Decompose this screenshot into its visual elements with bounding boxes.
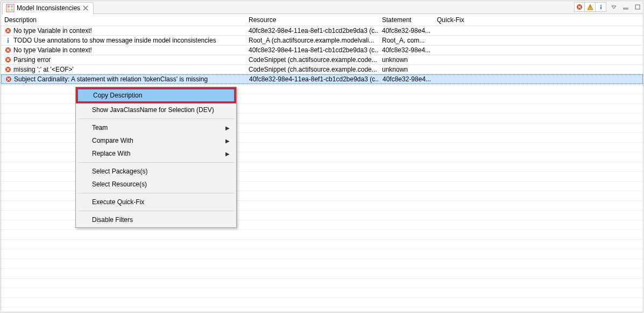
column-header-description[interactable]: Description [1, 15, 245, 25]
cell-quickfix [434, 69, 484, 70]
cell-description: Subject Cardinality: A statement with re… [2, 75, 246, 84]
cell-quickfix [434, 30, 484, 31]
model-inconsistencies-icon [6, 4, 15, 12]
cell-description-text: No type Variable in context! [13, 27, 92, 34]
table-row[interactable]: No type Variable in context!40fc8e32-98e… [1, 45, 643, 55]
cell-statement: unknown [379, 65, 434, 74]
menu-item[interactable]: Compare With▶ [77, 134, 235, 147]
error-icon [5, 75, 12, 83]
view-toolbar [574, 2, 642, 12]
filter-errors-button[interactable] [574, 2, 585, 12]
menu-item-label: Execute Quick-Fix [92, 198, 144, 206]
tab-title: Model Inconsistencies [17, 4, 80, 12]
table-header: Description Resource Statement Quick-Fix [1, 14, 643, 26]
chevron-right-icon: ▶ [225, 125, 230, 131]
cell-description: missing ';' at '<EOF>' [1, 65, 245, 74]
column-header-statement[interactable]: Statement [379, 15, 434, 25]
menu-item-label: Copy Description [93, 92, 142, 99]
cell-description: No type Variable in context! [1, 46, 245, 54]
filter-info-button[interactable] [596, 2, 606, 12]
cell-description-text: TODO Use annotations to show message ins… [13, 37, 216, 44]
chevron-right-icon: ▶ [225, 138, 230, 144]
tab-bar: Model Inconsistencies [1, 1, 643, 14]
tab-model-inconsistencies[interactable]: Model Inconsistencies [2, 2, 94, 14]
table-row[interactable]: Subject Cardinality: A statement with re… [1, 74, 643, 84]
svg-rect-9 [600, 6, 601, 9]
info-icon [4, 37, 12, 44]
view-menu-icon[interactable] [610, 3, 618, 11]
menu-item[interactable]: Execute Quick-Fix [77, 196, 235, 208]
column-header-resource[interactable]: Resource [245, 15, 379, 25]
cell-statement: 40fc8e32-98e4... [379, 26, 434, 35]
error-icon [4, 66, 12, 73]
svg-rect-2 [11, 5, 13, 8]
menu-item-label: Team [92, 124, 108, 131]
error-icon [4, 56, 12, 64]
cell-description-text: missing ';' at '<EOF>' [13, 66, 74, 73]
menu-separator [78, 119, 234, 119]
menu-separator [78, 162, 234, 163]
cell-description: No type Variable in context! [1, 26, 245, 35]
cell-quickfix [434, 59, 484, 60]
cell-description: TODO Use annotations to show message ins… [1, 36, 245, 45]
svg-rect-11 [635, 5, 640, 9]
table-row[interactable]: TODO Use annotations to show message ins… [1, 36, 643, 45]
menu-item[interactable]: Disable Filters [77, 213, 235, 226]
menu-separator [78, 211, 234, 211]
filter-warnings-button[interactable] [585, 2, 596, 12]
cell-resource: 40fc8e32-98e4-11ea-8ef1-cb1cd2be9da3 (c.… [245, 46, 379, 54]
menu-item[interactable]: Replace With▶ [77, 147, 235, 160]
menu-item[interactable]: Copy Description [77, 89, 235, 102]
highlighted-menu-wrapper: Copy Description [76, 87, 236, 103]
error-icon [4, 27, 12, 34]
svg-rect-8 [600, 5, 601, 6]
cell-quickfix [434, 40, 484, 41]
svg-rect-10 [624, 8, 628, 9]
svg-rect-6 [590, 6, 590, 8]
cell-description-text: Parsing error [13, 56, 51, 64]
cell-quickfix [434, 50, 484, 51]
menu-item[interactable]: Team▶ [77, 121, 235, 134]
close-icon[interactable] [82, 5, 89, 11]
cell-resource: CodeSnippet (ch.actifsource.example.code… [245, 55, 379, 64]
menu-item-label: Disable Filters [92, 216, 133, 224]
error-icon [4, 46, 12, 54]
menu-item[interactable]: Select Packages(s) [77, 165, 235, 178]
menu-item-label: Compare With [92, 137, 133, 144]
cell-statement: unknown [379, 55, 434, 64]
cell-statement: Root_A, com... [379, 36, 434, 45]
table-row[interactable]: missing ';' at '<EOF>'CodeSnippet (ch.ac… [1, 65, 643, 74]
cell-resource: 40fc8e32-98e4-11ea-8ef1-cb1cd2be9da3 (c.… [245, 26, 379, 35]
maximize-icon[interactable] [633, 3, 642, 11]
menu-item[interactable]: Select Resource(s) [77, 178, 235, 191]
minimize-icon[interactable] [621, 3, 630, 11]
svg-rect-1 [8, 5, 10, 8]
menu-item-label: Select Resource(s) [92, 180, 147, 188]
menu-item-label: Replace With [92, 150, 130, 157]
cell-resource: CodeSnippet (ch.actifsource.example.code… [245, 65, 379, 74]
cell-resource: 40fc8e32-98e4-11ea-8ef1-cb1cd2be9da3 (c.… [246, 75, 379, 84]
table-row[interactable]: Parsing errorCodeSnippet (ch.actifsource… [1, 55, 643, 65]
context-menu: Copy DescriptionShow JavaClassName for S… [75, 87, 237, 228]
cell-statement: 40fc8e32-98e4... [379, 75, 434, 84]
table-row[interactable]: No type Variable in context!40fc8e32-98e… [1, 26, 643, 36]
chevron-right-icon: ▶ [225, 151, 230, 157]
column-header-quickfix[interactable]: Quick-Fix [434, 15, 484, 25]
menu-item[interactable]: Show JavaClassName for Selection (DEV) [77, 103, 235, 116]
menu-item-label: Show JavaClassName for Selection (DEV) [92, 106, 214, 114]
svg-rect-3 [8, 9, 10, 11]
cell-statement: 40fc8e32-98e4... [379, 46, 434, 54]
svg-rect-14 [8, 39, 9, 43]
svg-rect-7 [590, 9, 590, 9]
cell-description-text: No type Variable in context! [13, 46, 92, 54]
svg-rect-13 [8, 38, 9, 39]
menu-item-label: Select Packages(s) [92, 168, 147, 175]
cell-resource: Root_A (ch.actifsource.example.modelvali… [245, 36, 379, 45]
menu-separator [78, 193, 234, 193]
svg-rect-4 [11, 9, 13, 11]
cell-description-text: Subject Cardinality: A statement with re… [14, 75, 208, 83]
cell-description: Parsing error [1, 55, 245, 64]
cell-quickfix [434, 79, 485, 80]
